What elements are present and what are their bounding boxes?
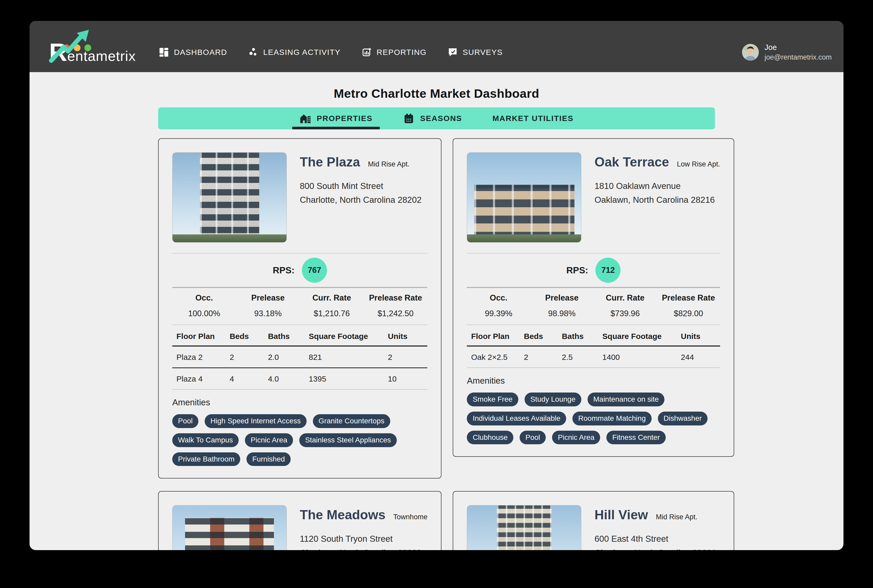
nav-reporting-label: REPORTING <box>376 48 427 57</box>
app-logo: Rentametrix <box>49 40 136 65</box>
property-type: Mid Rise Apt. <box>656 513 698 521</box>
property-photo <box>467 152 581 243</box>
amenities-list: Smoke Free Study Lounge Maintenance on s… <box>467 393 720 444</box>
amenity-tag: Roommate Matching <box>572 412 651 426</box>
property-photo <box>172 152 287 243</box>
amenity-tag: Walk To Campus <box>172 433 238 447</box>
property-photo <box>172 505 287 550</box>
top-nav: Rentametrix DASHBOARD LEASI <box>30 36 843 69</box>
property-stats: Occ.PreleaseCurr. RatePrelease Rate 100.… <box>172 287 428 325</box>
amenity-tag: Fitness Center <box>606 430 666 444</box>
nav-dashboard-label: DASHBOARD <box>174 48 227 57</box>
amenity-tag: Picnic Area <box>245 433 293 447</box>
floor-plan-header-row: Floor PlanBedsBathsSquare FootageUnits <box>467 326 720 346</box>
occupancy-value: 100.00% <box>172 309 236 318</box>
tab-properties-label: PROPERTIES <box>317 114 372 123</box>
property-card-hill-view: Hill View Mid Rise Apt. 600 East 4th Str… <box>453 491 734 550</box>
floor-plan-table: Floor PlanBedsBathsSquare FootageUnits P… <box>172 326 428 390</box>
nav-leasing-activity-label: LEASING ACTIVITY <box>263 48 340 57</box>
property-card-oak-terrace: Oak Terrace Low Rise Apt. 1810 Oaklawn A… <box>453 138 734 457</box>
amenity-tag: Pool <box>520 430 546 444</box>
app-window: Rentametrix DASHBOARD LEASI <box>30 21 843 550</box>
amenity-tag: Picnic Area <box>552 430 600 444</box>
rps-score-badge: 712 <box>596 258 621 283</box>
page-title: Metro Charlotte Market Dashboard <box>158 86 715 100</box>
property-cards-grid: The Plaza Mid Rise Apt. 800 South Mint S… <box>158 138 715 550</box>
property-address: 600 East 4th Street Charlotte, North Car… <box>594 532 716 550</box>
nav-surveys-label: SURVEYS <box>463 48 502 57</box>
nav-surveys[interactable]: SURVEYS <box>447 47 502 57</box>
house-icon <box>300 112 312 124</box>
amenity-tag: Granite Countertops <box>313 414 390 428</box>
calendar-icon <box>403 112 415 124</box>
amenity-tag: Smoke Free <box>467 393 518 406</box>
amenity-tag: High Speed Internet Access <box>205 414 307 428</box>
prelease-rate-value: $1,242.50 <box>364 309 428 318</box>
tab-properties[interactable]: PROPERTIES <box>297 107 375 129</box>
dashboard-content: Metro Charlotte Market Dashboard PROPERT… <box>30 72 843 550</box>
amenity-tag: Stainless Steel Appliances <box>299 433 396 447</box>
user-name: Joe <box>765 42 832 52</box>
property-name: The Plaza <box>300 154 360 170</box>
people-dots-icon <box>248 47 258 57</box>
property-name: The Meadows <box>300 507 386 522</box>
property-address: 800 South Mint Street Charlotte, North C… <box>300 179 422 207</box>
user-menu[interactable]: Joe joe@rentametrix.com <box>742 42 832 62</box>
table-row: Oak 2×2.522.51400244 <box>467 346 720 368</box>
user-email: joe@rentametrix.com <box>765 52 832 62</box>
chat-check-icon <box>447 47 458 57</box>
user-meta: Joe joe@rentametrix.com <box>765 42 832 62</box>
prelease-value: 98.98% <box>530 309 594 318</box>
amenity-tag: Study Lounge <box>525 393 581 406</box>
amenity-tag: Dishwasher <box>658 412 708 426</box>
property-card-the-meadows: The Meadows Townhome 1120 South Tryon St… <box>158 491 441 550</box>
floor-plan-header-row: Floor PlanBedsBathsSquare FootageUnits <box>172 326 428 346</box>
property-name: Oak Terrace <box>594 154 669 170</box>
amenity-tag: Clubhouse <box>467 430 513 444</box>
nav-reporting[interactable]: REPORTING <box>362 47 427 57</box>
amenities-label: Amenities <box>172 398 428 407</box>
property-name: Hill View <box>594 507 648 522</box>
avatar-image <box>742 44 759 61</box>
brand-text: entametrix <box>67 48 136 64</box>
tab-seasons-label: SEASONS <box>420 114 462 123</box>
property-type: Low Rise Apt. <box>677 160 720 168</box>
amenity-tag: Private Bathroom <box>172 452 240 466</box>
rps-label: RPS: <box>273 265 295 276</box>
nav-leasing-activity[interactable]: LEASING ACTIVITY <box>248 47 340 57</box>
amenity-tag: Furnished <box>246 452 291 466</box>
screen-background: Rentametrix DASHBOARD LEASI <box>0 0 873 588</box>
chart-plus-icon <box>362 47 372 57</box>
dashboard-icon <box>159 47 169 57</box>
prelease-value: 93.18% <box>236 309 300 318</box>
table-row: Plaza 222.08212 <box>172 346 428 368</box>
current-rate-value: $739.96 <box>594 309 657 318</box>
avatar <box>742 44 759 61</box>
tab-seasons[interactable]: SEASONS <box>401 107 464 129</box>
rps-label: RPS: <box>566 265 588 276</box>
amenity-tag: Individual Leases Available <box>467 412 566 426</box>
window-titlebar: Rentametrix DASHBOARD LEASI <box>30 21 843 72</box>
occupancy-value: 99.39% <box>467 309 530 318</box>
property-photo <box>467 505 581 550</box>
floor-plan-table: Floor PlanBedsBathsSquare FootageUnits O… <box>467 326 720 368</box>
amenity-tag: Maintenance on site <box>588 393 664 406</box>
nav-items: DASHBOARD LEASING ACTIVITY <box>159 47 502 57</box>
property-type: Mid Rise Apt. <box>368 160 410 168</box>
table-row: Plaza 444.0139510 <box>172 368 428 390</box>
brand-initial: R <box>49 40 67 65</box>
property-address: 1810 Oaklawn Avenue Oaklawn, North Carol… <box>594 179 720 207</box>
rps-score-badge: 767 <box>302 258 327 283</box>
prelease-rate-value: $829.00 <box>657 309 720 318</box>
property-address: 1120 South Tryon Street Charlotte, North… <box>300 532 428 550</box>
tab-market-utilities-label: MARKET UTILITIES <box>492 114 573 123</box>
tab-market-utilities[interactable]: MARKET UTILITIES <box>490 107 576 129</box>
amenities-list: Pool High Speed Internet Access Granite … <box>172 414 428 466</box>
amenities-label: Amenities <box>467 376 720 386</box>
property-stats: Occ.PreleaseCurr. RatePrelease Rate 99.3… <box>467 287 720 325</box>
tab-bar: PROPERTIES SEASONS MARKET UTILITIES <box>158 107 715 129</box>
property-type: Townhome <box>393 513 428 521</box>
property-card-the-plaza: The Plaza Mid Rise Apt. 800 South Mint S… <box>158 138 441 478</box>
current-rate-value: $1,210.76 <box>300 309 364 318</box>
nav-dashboard[interactable]: DASHBOARD <box>159 47 227 57</box>
